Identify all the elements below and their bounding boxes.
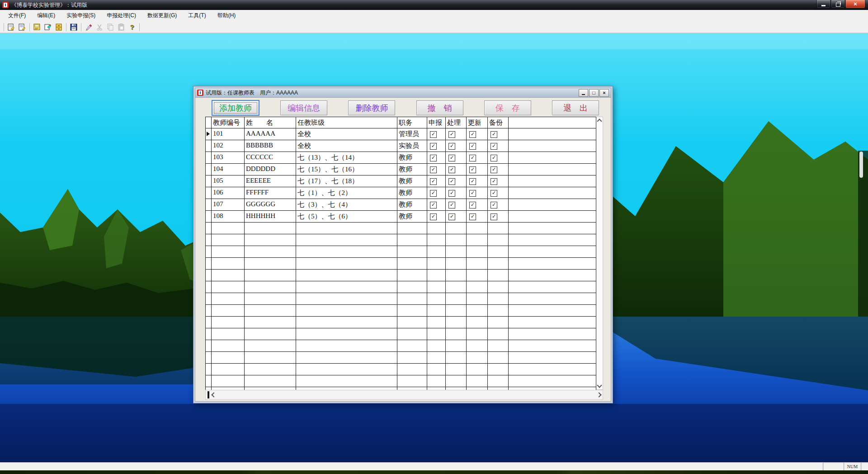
- table-row[interactable]: 101AAAAAA全校管理员✓✓✓✓: [206, 128, 596, 140]
- report-form-icon[interactable]: [32, 22, 42, 32]
- help-icon[interactable]: ?: [127, 22, 137, 32]
- h-scroll-thumb[interactable]: [208, 391, 209, 398]
- checkbox-checked[interactable]: ✓: [469, 155, 476, 161]
- undo-button[interactable]: 撤 销: [416, 100, 463, 115]
- checkbox-checked[interactable]: ✓: [491, 178, 497, 185]
- menu-file[interactable]: 文件(F): [5, 10, 29, 21]
- table-cell: [446, 258, 467, 269]
- menu-tools[interactable]: 工具(T): [184, 10, 209, 21]
- checkbox-checked[interactable]: ✓: [430, 190, 437, 197]
- table-body: 101AAAAAA全校管理员✓✓✓✓102BBBBBB全校实验员✓✓✓✓103C…: [206, 128, 596, 390]
- checkbox-checked[interactable]: ✓: [430, 143, 437, 150]
- table-cell: [296, 281, 397, 293]
- close-button[interactable]: ×: [845, 0, 865, 8]
- checkbox-checked[interactable]: ✓: [469, 143, 476, 150]
- checkbox-checked[interactable]: ✓: [430, 155, 437, 161]
- dialog-titlebar[interactable]: 试用版：任课教师表 用户：AAAAAA □ ×: [195, 88, 611, 98]
- checkbox-checked[interactable]: ✓: [448, 166, 455, 173]
- table-cell: [397, 223, 427, 234]
- table-cell: [245, 328, 296, 340]
- table-row[interactable]: 107GGGGGG七（3）、七（4）教师✓✓✓✓: [206, 199, 596, 211]
- checkbox-checked[interactable]: ✓: [430, 178, 437, 185]
- cut-icon[interactable]: [94, 22, 105, 32]
- table-cell: [206, 258, 212, 269]
- scroll-left-button[interactable]: [211, 392, 216, 397]
- table-cell: ✓: [488, 199, 509, 210]
- table-cell: [427, 234, 446, 246]
- save-icon[interactable]: [68, 22, 79, 32]
- checkbox-checked[interactable]: ✓: [491, 166, 497, 173]
- table-row[interactable]: 108HHHHHH七（5）、七（6）教师✓✓✓✓: [206, 211, 596, 223]
- table-cell: [212, 246, 245, 257]
- menu-data-update[interactable]: 数据更新(G): [144, 10, 180, 21]
- archive-cabinet-icon[interactable]: [53, 22, 64, 32]
- checkbox-checked[interactable]: ✓: [448, 155, 455, 161]
- add-teacher-button[interactable]: 添加教师: [212, 100, 259, 116]
- checkbox-checked[interactable]: ✓: [430, 166, 437, 173]
- table-cell: [446, 246, 467, 257]
- checkbox-checked[interactable]: ✓: [448, 131, 455, 138]
- add-record-icon[interactable]: [6, 22, 17, 32]
- paste-icon[interactable]: [116, 22, 127, 32]
- checkbox-checked[interactable]: ✓: [430, 131, 437, 138]
- checkbox-checked[interactable]: ✓: [430, 202, 437, 209]
- menu-help[interactable]: 帮助(H): [214, 10, 240, 21]
- scroll-down-button[interactable]: [597, 383, 602, 388]
- menu-experiment-apply[interactable]: 实验申报(S): [63, 10, 99, 21]
- minimize-button[interactable]: [816, 0, 830, 8]
- table-cell: [509, 211, 596, 222]
- table-cell: [446, 281, 467, 293]
- table-row[interactable]: 102BBBBBB全校实验员✓✓✓✓: [206, 140, 596, 152]
- restore-button[interactable]: [831, 0, 845, 8]
- cell-name: CCCCCC: [245, 152, 296, 163]
- dialog-maximize-button[interactable]: □: [589, 89, 599, 97]
- edit-info-button[interactable]: 编辑信息: [280, 100, 327, 115]
- table-cell: [206, 187, 212, 199]
- table-row[interactable]: 105EEEEEE七（17）、七（18）教师✓✓✓✓: [206, 175, 596, 187]
- checkbox-checked[interactable]: ✓: [469, 213, 476, 220]
- desktop-scroll-thumb[interactable]: [859, 152, 863, 178]
- checkbox-checked[interactable]: ✓: [491, 190, 497, 197]
- dialog-close-button[interactable]: ×: [599, 89, 609, 97]
- checkbox-checked[interactable]: ✓: [469, 190, 476, 197]
- checkbox-checked[interactable]: ✓: [448, 143, 455, 150]
- table-row[interactable]: 104DDDDDD七（15）、七（16）教师✓✓✓✓: [206, 164, 596, 175]
- checkbox-checked[interactable]: ✓: [469, 178, 476, 185]
- exit-button[interactable]: 退 出: [552, 100, 599, 115]
- menu-edit[interactable]: 编辑(E): [33, 10, 59, 21]
- edit-record-icon[interactable]: [17, 22, 28, 32]
- checkbox-checked[interactable]: ✓: [491, 143, 497, 150]
- table-cell: [446, 317, 467, 328]
- checkbox-checked[interactable]: ✓: [448, 213, 455, 220]
- browse-query-icon[interactable]: [42, 22, 53, 32]
- table-cell: ✓: [427, 164, 446, 175]
- delete-teacher-button[interactable]: 删除教师: [348, 100, 395, 115]
- checkbox-checked[interactable]: ✓: [430, 213, 437, 220]
- checkbox-checked[interactable]: ✓: [448, 202, 455, 209]
- checkbox-checked[interactable]: ✓: [491, 213, 497, 220]
- table-cell: [206, 164, 212, 175]
- checkbox-checked[interactable]: ✓: [491, 155, 497, 161]
- scroll-up-button[interactable]: [597, 118, 602, 123]
- scroll-right-button[interactable]: [596, 392, 601, 397]
- checkbox-checked[interactable]: ✓: [491, 202, 497, 209]
- save-button[interactable]: 保 存: [484, 100, 531, 115]
- checkbox-checked[interactable]: ✓: [469, 202, 476, 209]
- checkbox-checked[interactable]: ✓: [491, 131, 497, 138]
- checkbox-checked[interactable]: ✓: [448, 190, 455, 197]
- table-cell: [212, 305, 245, 316]
- menu-apply-process[interactable]: 申报处理(C): [103, 10, 140, 21]
- checkbox-checked[interactable]: ✓: [469, 131, 476, 138]
- copy-icon[interactable]: [105, 22, 116, 32]
- table-row[interactable]: 106FFFFFF七（1）、七（2）教师✓✓✓✓: [206, 187, 596, 199]
- cell-role: 管理员: [397, 128, 427, 140]
- checkbox-checked[interactable]: ✓: [469, 166, 476, 173]
- pen-icon[interactable]: [83, 22, 94, 32]
- table-cell: ✓: [488, 164, 509, 175]
- table-row[interactable]: 103CCCCCC七（13）、七（14）教师✓✓✓✓: [206, 152, 596, 164]
- vertical-scrollbar[interactable]: [596, 117, 603, 390]
- checkbox-checked[interactable]: ✓: [448, 178, 455, 185]
- dialog-minimize-button[interactable]: [579, 89, 588, 97]
- table-cell: [488, 223, 509, 234]
- horizontal-scrollbar[interactable]: [205, 390, 603, 400]
